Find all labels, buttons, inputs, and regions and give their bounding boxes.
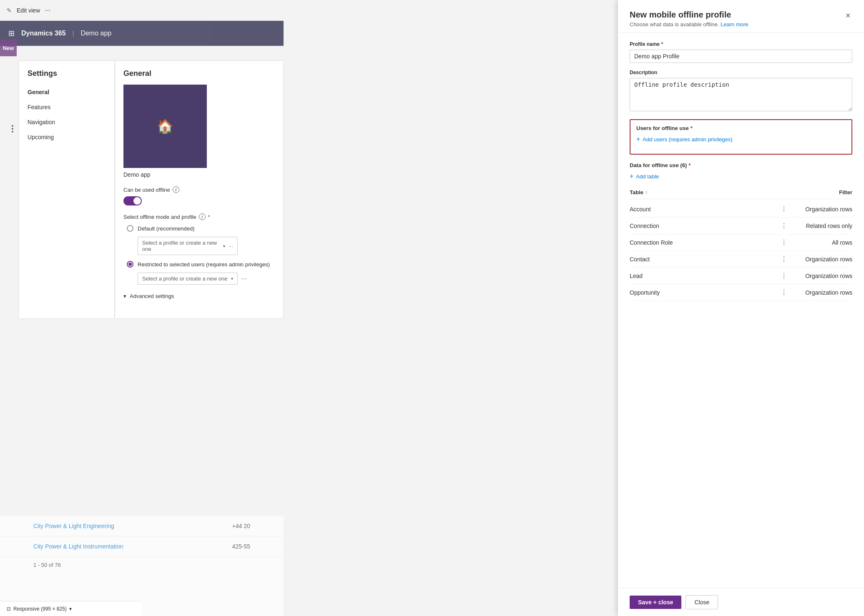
- app-preview-name: Demo app: [123, 171, 275, 178]
- table-row: Connection ⋮ Related rows only: [630, 218, 852, 234]
- select-mode-label: Select offline mode and profile i *: [123, 213, 275, 220]
- table-name-connection-role: Connection Role: [630, 239, 781, 246]
- close-button[interactable]: Close: [686, 595, 718, 609]
- pagination-text: 1 - 50 of 76: [0, 557, 284, 573]
- table-filter-lead: Organization rows: [794, 273, 852, 279]
- responsive-icon: ⊡: [7, 606, 11, 612]
- users-section-box: Users for offline use * + Add users (req…: [630, 119, 852, 155]
- users-section-label: Users for offline use *: [636, 125, 846, 131]
- col-filter-label: Filter: [786, 189, 852, 195]
- offline-label: Can be used offline i: [123, 186, 275, 193]
- table-name-account: Account: [630, 206, 781, 213]
- settings-panel: Settings General Features Navigation Upc…: [19, 60, 115, 319]
- radio-default-circle[interactable]: [127, 225, 133, 232]
- edit-bar: ✎ Edit view ···: [0, 0, 284, 21]
- add-table-plus-icon: +: [630, 173, 633, 180]
- restricted-dropdown-arrow-icon: ▾: [231, 276, 233, 281]
- table-filter-opportunity: Organization rows: [794, 289, 852, 296]
- offline-info-icon: i: [173, 186, 179, 193]
- row-phone-1: +44 20: [232, 523, 250, 529]
- description-textarea[interactable]: Offline profile description: [630, 78, 852, 111]
- table-row: Connection Role ⋮ All rows: [630, 234, 852, 251]
- new-offline-profile-panel: New mobile offline profile Choose what d…: [618, 0, 864, 616]
- settings-title: Settings: [19, 69, 114, 85]
- edit-more-icon[interactable]: ···: [45, 7, 50, 14]
- plus-icon: +: [636, 135, 640, 143]
- sidebar-item-navigation[interactable]: Navigation: [19, 115, 114, 130]
- table-row-menu-connection[interactable]: ⋮: [781, 222, 787, 230]
- row-name-2: City Power & Light Instrumentation: [33, 543, 123, 550]
- table-row[interactable]: City Power & Light Engineering +44 20: [0, 516, 284, 536]
- table-row-menu-contact[interactable]: ⋮: [781, 255, 787, 263]
- radio-restricted-label: Restricted to selected users (requires a…: [138, 261, 270, 268]
- panel-body: Profile name * Description Offline profi…: [618, 33, 864, 588]
- table-row-menu-lead[interactable]: ⋮: [781, 272, 787, 280]
- table-row: Lead ⋮ Organization rows: [630, 268, 852, 284]
- table-row[interactable]: City Power & Light Instrumentation 425-5…: [0, 536, 284, 557]
- dropdown-arrow-icon: ▾: [223, 244, 225, 248]
- table-row-menu-opportunity[interactable]: ⋮: [781, 288, 787, 296]
- select-mode-info-icon: i: [199, 213, 206, 220]
- table-filter-contact: Organization rows: [794, 256, 852, 263]
- new-button[interactable]: New: [0, 40, 17, 56]
- profile-name-input[interactable]: [630, 50, 852, 63]
- close-panel-button[interactable]: ✕: [844, 10, 852, 21]
- description-label: Description: [630, 70, 852, 75]
- grid-icon[interactable]: ⊞: [8, 29, 15, 38]
- general-content-panel: General 🏠 Demo app Can be used offline i…: [115, 60, 284, 319]
- table-row: Contact ⋮ Organization rows: [630, 251, 852, 268]
- radio-default: Default (recommended): [127, 225, 275, 232]
- data-section-label: Data for offline use (6) *: [630, 162, 852, 168]
- side-dots: [12, 125, 13, 133]
- panel-subtitle: Choose what data is available offline. L…: [630, 21, 748, 28]
- default-profile-dropdown[interactable]: Select a profile or create a new one ▾ ·…: [138, 237, 238, 255]
- dropdown-dots-icon: ···: [229, 243, 233, 249]
- table-name-contact: Contact: [630, 256, 781, 263]
- nav-bar: ⊞ Dynamics 365 | Demo app: [0, 21, 284, 46]
- advanced-settings-toggle[interactable]: ▾ Advanced settings: [123, 293, 275, 299]
- save-close-button[interactable]: Save + close: [630, 596, 681, 609]
- sidebar-item-features[interactable]: Features: [19, 100, 114, 115]
- table-row: Account ⋮ Organization rows: [630, 201, 852, 218]
- responsive-label: Responsive (995 × 825): [13, 606, 67, 612]
- table-header: Table ↑ Filter: [630, 186, 852, 199]
- nav-app-name: Demo app: [80, 30, 111, 37]
- table-filter-connection: Related rows only: [794, 223, 852, 229]
- nav-separator: |: [73, 30, 74, 37]
- general-title: General: [123, 69, 275, 78]
- sidebar-item-upcoming[interactable]: Upcoming: [19, 130, 114, 145]
- edit-icon: ✎: [7, 7, 12, 14]
- learn-more-link[interactable]: Learn more: [721, 21, 748, 28]
- sidebar-item-general[interactable]: General: [19, 85, 114, 100]
- radio-default-label: Default (recommended): [138, 225, 195, 232]
- add-table-link[interactable]: + Add table: [630, 173, 852, 180]
- row-phone-2: 425-55: [232, 543, 250, 550]
- table-filter-connection-role: All rows: [794, 239, 852, 246]
- table-row-menu-connection-role[interactable]: ⋮: [781, 238, 787, 246]
- panel-header: New mobile offline profile Choose what d…: [618, 0, 864, 33]
- panel-title: New mobile offline profile: [630, 10, 748, 20]
- table-name-connection: Connection: [630, 223, 781, 229]
- panel-footer: Save + close Close: [618, 588, 864, 616]
- restricted-more-icon[interactable]: ···: [241, 275, 246, 283]
- chevron-down-icon: ▾: [123, 293, 126, 299]
- radio-restricted: Restricted to selected users (requires a…: [127, 261, 275, 268]
- restricted-profile-dropdown[interactable]: Select a profile or create a new one ▾: [138, 273, 238, 285]
- app-preview-box: 🏠: [123, 85, 207, 168]
- nav-dynamics-title: Dynamics 365: [21, 30, 66, 37]
- radio-restricted-circle[interactable]: [127, 261, 133, 268]
- responsive-bar: ⊡ Responsive (995 × 825) ▾: [0, 601, 142, 616]
- offline-toggle[interactable]: [123, 196, 142, 205]
- table-name-opportunity: Opportunity: [630, 289, 781, 296]
- row-name-1: City Power & Light Engineering: [33, 523, 114, 529]
- table-name-lead: Lead: [630, 273, 781, 279]
- table-filter-account: Organization rows: [794, 206, 852, 213]
- responsive-arrow-icon[interactable]: ▾: [69, 606, 72, 612]
- add-users-link[interactable]: + Add users (requires admin privileges): [636, 135, 846, 143]
- table-row-menu-account[interactable]: ⋮: [781, 205, 787, 213]
- col-table-label: Table ↑: [630, 189, 786, 195]
- profile-name-label: Profile name *: [630, 41, 852, 47]
- edit-view-text: Edit view: [17, 7, 40, 14]
- app-preview-icon: 🏠: [157, 118, 173, 134]
- radio-group: Default (recommended) Select a profile o…: [123, 225, 275, 285]
